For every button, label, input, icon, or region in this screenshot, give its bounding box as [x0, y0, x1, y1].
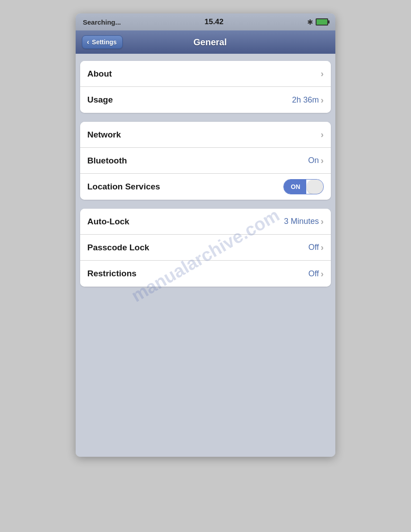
about-chevron-icon: ›	[321, 69, 324, 79]
usage-value: 2h 36m	[292, 95, 319, 105]
location-services-right: ON	[283, 179, 324, 194]
usage-label: Usage	[87, 95, 113, 105]
back-chevron-icon: ‹	[87, 38, 89, 46]
auto-lock-value: 3 Minutes	[284, 217, 319, 226]
status-time: 15.42	[205, 17, 224, 26]
usage-chevron-icon: ›	[321, 95, 324, 105]
nav-title: General	[123, 37, 298, 47]
status-icons: ✱	[307, 18, 328, 26]
bluetooth-right: On ›	[308, 155, 324, 166]
signal-status: Searching...	[83, 18, 121, 26]
location-services-row[interactable]: Location Services ON	[80, 174, 331, 200]
passcode-lock-value: Off	[308, 243, 319, 252]
network-right: ›	[321, 129, 324, 140]
settings-content: About › Usage 2h 36m › Network	[76, 54, 335, 457]
back-button[interactable]: ‹ Settings	[82, 35, 123, 49]
toggle-handle	[307, 180, 322, 194]
usage-right: 2h 36m ›	[292, 95, 324, 105]
restrictions-right: Off ›	[308, 269, 324, 279]
network-row[interactable]: Network ›	[80, 122, 331, 148]
usage-row[interactable]: Usage 2h 36m ›	[80, 87, 331, 113]
back-button-label: Settings	[92, 39, 116, 46]
bluetooth-value: On	[308, 156, 319, 165]
status-bar: Searching... 15.42 ✱	[76, 13, 335, 30]
location-services-label: Location Services	[87, 182, 160, 192]
about-row[interactable]: About ›	[80, 61, 331, 87]
auto-lock-label: Auto-Lock	[87, 217, 129, 227]
passcode-lock-right: Off ›	[308, 242, 324, 253]
section-group-2: Network › Bluetooth On › Location Servic…	[80, 122, 331, 200]
about-label: About	[87, 69, 112, 79]
auto-lock-chevron-icon: ›	[321, 216, 324, 227]
bluetooth-icon: ✱	[307, 18, 313, 26]
content-wrapper: About › Usage 2h 36m › Network	[76, 54, 335, 457]
battery-icon	[316, 18, 328, 26]
network-chevron-icon: ›	[321, 129, 324, 140]
passcode-lock-chevron-icon: ›	[321, 242, 324, 253]
location-services-toggle[interactable]: ON	[283, 179, 324, 194]
bluetooth-chevron-icon: ›	[321, 155, 324, 166]
network-label: Network	[87, 130, 121, 140]
restrictions-value: Off	[308, 269, 319, 279]
bluetooth-label: Bluetooth	[87, 156, 127, 166]
auto-lock-row[interactable]: Auto-Lock 3 Minutes ›	[80, 209, 331, 235]
section-group-1: About › Usage 2h 36m ›	[80, 61, 331, 113]
restrictions-row[interactable]: Restrictions Off ›	[80, 261, 331, 287]
about-right: ›	[321, 69, 324, 79]
restrictions-label: Restrictions	[87, 269, 137, 279]
restrictions-chevron-icon: ›	[321, 269, 324, 279]
phone-frame: Searching... 15.42 ✱ ‹ Settings General …	[76, 13, 335, 457]
toggle-on-label: ON	[284, 180, 306, 194]
auto-lock-right: 3 Minutes ›	[284, 216, 324, 227]
section-group-3: Auto-Lock 3 Minutes › Passcode Lock Off …	[80, 209, 331, 287]
passcode-lock-row[interactable]: Passcode Lock Off ›	[80, 235, 331, 261]
passcode-lock-label: Passcode Lock	[87, 243, 149, 253]
bluetooth-row[interactable]: Bluetooth On ›	[80, 148, 331, 174]
nav-bar: ‹ Settings General	[76, 30, 335, 54]
